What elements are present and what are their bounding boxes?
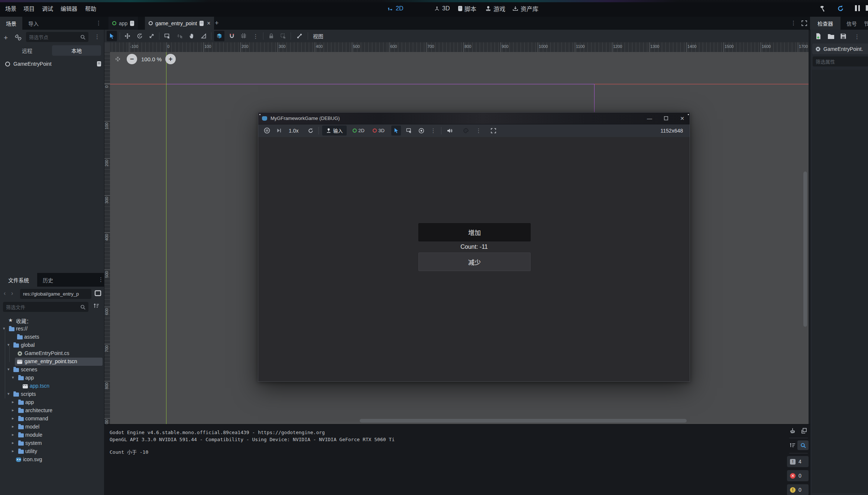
game-extra-menu-icon[interactable]: ⋮: [474, 126, 483, 136]
collapse-icon[interactable]: ▾: [12, 375, 14, 380]
sort-files-icon[interactable]: [93, 303, 100, 309]
file-tree-item[interactable]: app.tscn: [0, 382, 104, 390]
collapse-duplicates-icon[interactable]: [789, 442, 796, 449]
file-tree-item[interactable]: ▸architecture: [0, 407, 104, 415]
input-mode-button[interactable]: 输入: [322, 126, 347, 136]
add-node-button[interactable]: +: [4, 34, 8, 42]
decrease-button[interactable]: 减少: [418, 253, 531, 271]
attached-script-icon[interactable]: [97, 61, 101, 66]
ruler-tool[interactable]: [198, 31, 209, 41]
next-frame-icon[interactable]: [274, 126, 284, 136]
instance-scene-icon[interactable]: [15, 34, 22, 41]
zoom-in-button[interactable]: +: [165, 54, 176, 64]
grid-toggle[interactable]: [239, 31, 249, 41]
file-tree-item[interactable]: ▸module: [0, 431, 104, 439]
nav-back-icon[interactable]: ‹: [4, 290, 6, 297]
output-search-toggle[interactable]: [797, 440, 809, 450]
scale-tool[interactable]: [146, 31, 157, 41]
file-tree-item[interactable]: ▾global: [0, 341, 104, 349]
zoom-percent-label[interactable]: 100.0 %: [141, 56, 162, 62]
center-view-icon[interactable]: [114, 56, 121, 62]
tab-filesystem[interactable]: 文件系统: [0, 273, 37, 287]
rotate-tool[interactable]: [135, 31, 145, 41]
script-icon[interactable]: [130, 21, 134, 26]
nav-forward-icon[interactable]: ›: [11, 290, 13, 297]
skeleton-options-button[interactable]: [294, 31, 305, 41]
scene-tab-app[interactable]: app: [108, 17, 138, 30]
move-selected-tool[interactable]: [175, 31, 185, 41]
close-icon[interactable]: ×: [207, 20, 210, 27]
file-tree-item[interactable]: assets: [0, 333, 104, 341]
expand-icon[interactable]: ▸: [12, 432, 14, 437]
debug-paint-icon[interactable]: [461, 126, 471, 136]
new-scene-tab-button[interactable]: +: [215, 19, 219, 27]
tab-history[interactable]: 历史: [39, 273, 57, 287]
scene-tabs-menu-icon[interactable]: ⋮: [96, 20, 101, 26]
audio-icon[interactable]: [445, 126, 454, 136]
split-view-icon[interactable]: [94, 290, 101, 297]
file-tree-item[interactable]: ▾scripts: [0, 390, 104, 398]
errors-filter-badge[interactable]: ✕ 0: [787, 470, 809, 481]
file-tree-item[interactable]: ▸system: [0, 439, 104, 447]
script-icon[interactable]: [200, 21, 204, 26]
workspace-assetlib-button[interactable]: 资产库: [512, 0, 538, 17]
expand-icon[interactable]: ▸: [12, 449, 14, 453]
filesystem-menu-icon[interactable]: ⋮: [98, 277, 104, 282]
reset-zoom-icon[interactable]: [306, 126, 315, 136]
expand-icon[interactable]: ▸: [12, 408, 14, 413]
expand-icon[interactable]: ▸: [12, 424, 14, 429]
file-tree-item[interactable]: icon.svg: [0, 456, 104, 464]
menu-debug[interactable]: 调试: [42, 0, 53, 17]
menu-scene[interactable]: 场景: [5, 0, 16, 17]
group-button[interactable]: [278, 31, 288, 41]
file-tree-item[interactable]: GameEntryPoint.cs: [0, 349, 104, 358]
filter-nodes-input[interactable]: 筛选节点: [26, 32, 88, 42]
file-tree-item[interactable]: ▾scenes: [0, 366, 104, 374]
file-tree-item[interactable]: ▸app: [0, 398, 104, 407]
game-select-mode-button[interactable]: [391, 126, 401, 136]
list-select-tool[interactable]: [162, 31, 172, 41]
workspace-2d-button[interactable]: 2D: [388, 0, 403, 17]
messages-filter-badge[interactable]: ! 4: [787, 456, 809, 467]
collapse-icon[interactable]: ▾: [7, 342, 10, 347]
filter-properties-input[interactable]: 筛选属性: [813, 56, 868, 66]
local-toggle[interactable]: 本地: [52, 45, 101, 56]
save-resource-icon[interactable]: [840, 33, 846, 39]
view-menu[interactable]: 视图: [313, 32, 323, 40]
game-list-select-button[interactable]: [404, 126, 414, 136]
scene-dock-menu-icon[interactable]: ⋮: [94, 34, 100, 39]
restart-icon[interactable]: [837, 5, 844, 12]
dock-tab-import[interactable]: 导入: [23, 17, 44, 30]
dock-tab-node-clipped[interactable]: 节: [864, 17, 868, 30]
clear-output-icon[interactable]: [789, 427, 796, 434]
dock-tab-signals[interactable]: 信号: [842, 17, 861, 30]
dock-tab-scene[interactable]: 场景: [0, 17, 22, 30]
build-hammer-icon[interactable]: [819, 5, 826, 12]
file-tree-item[interactable]: ▾app: [0, 374, 104, 382]
lock-button[interactable]: [266, 31, 276, 41]
select-tool[interactable]: [107, 31, 117, 41]
close-window-button[interactable]: ✕: [675, 113, 690, 124]
file-tree-item[interactable]: ▸command: [0, 415, 104, 423]
scene-tree-root-node[interactable]: GameEntryPoint: [5, 59, 101, 68]
zoom-out-button[interactable]: −: [127, 54, 137, 64]
vertical-scrollbar[interactable]: [803, 172, 807, 327]
filter-files-input[interactable]: 筛选文件: [3, 302, 88, 312]
expand-icon[interactable]: ▸: [12, 400, 14, 404]
file-tree-item[interactable]: ▸model: [0, 423, 104, 431]
menu-project[interactable]: 项目: [23, 0, 35, 17]
grid-snap-toggle[interactable]: [227, 31, 237, 41]
favorites-header[interactable]: ★收藏：: [0, 316, 104, 325]
collapse-icon[interactable]: ▾: [7, 391, 10, 396]
2d-viewport-canvas[interactable]: − 100.0 % + MyGFrameworkGame (DEBUG) — ✕: [110, 52, 809, 424]
minimize-button[interactable]: —: [642, 113, 657, 124]
mode-3d-button[interactable]: 3D: [370, 126, 388, 136]
resource-menu-icon[interactable]: ⋮: [854, 34, 860, 39]
pause-icon[interactable]: [855, 5, 860, 11]
horizontal-scrollbar[interactable]: [360, 419, 687, 423]
collapse-icon[interactable]: ▾: [3, 326, 5, 331]
remote-toggle[interactable]: 远程: [4, 45, 51, 56]
fullscreen-icon[interactable]: [489, 126, 498, 136]
maximize-button[interactable]: [658, 113, 673, 124]
expand-editor-icon[interactable]: [801, 20, 807, 26]
